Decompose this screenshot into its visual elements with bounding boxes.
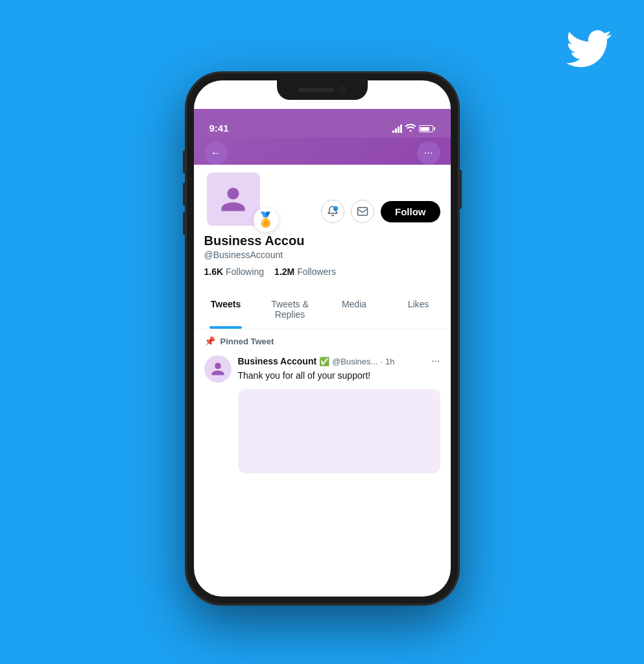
tweet-text: Thank you for all of your support! (238, 370, 440, 383)
handle: @BusinessAccount (204, 250, 440, 260)
phone-screen: 9:41 (194, 80, 451, 597)
speaker (298, 88, 334, 92)
camera (339, 87, 346, 93)
verified-badge-popup: 🏅 (254, 208, 278, 232)
tweet-verified-icon: ✅ (319, 357, 329, 366)
stats-row: 1.6K Following 1.2M Followers (204, 267, 440, 277)
tweet-timestamp: 1h (385, 357, 394, 366)
status-bar: 9:41 (194, 109, 451, 137)
tab-tweets[interactable]: Tweets (194, 290, 258, 329)
tweet-header: Business Account ✅ @Busines... · 1h ··· (238, 355, 440, 367)
tweet-author-handle: @Busines... (332, 357, 377, 366)
verified-icon: 🏅 (257, 211, 274, 228)
more-button[interactable]: ··· (417, 141, 440, 165)
tweet-author-name: Business Account (238, 356, 317, 366)
back-button[interactable]: ← (204, 141, 228, 165)
phone-device: 9:41 (186, 73, 459, 604)
tab-media[interactable]: Media (322, 290, 387, 329)
status-time: 9:41 (209, 123, 229, 134)
phone-notch (277, 80, 368, 100)
tweet-avatar (204, 355, 232, 383)
profile-info-area: 🏅 + (194, 165, 451, 285)
display-name: Business Accou (204, 233, 440, 248)
tab-tweets-replies[interactable]: Tweets & Replies (258, 290, 322, 329)
wifi-icon (405, 124, 416, 134)
status-icons (392, 124, 435, 134)
tweets-feed: 📌 Pinned Tweet Business Account (194, 329, 451, 479)
action-buttons: + Follow (321, 200, 440, 228)
profile-info: Business Accou @BusinessAccount 1.6K Fol… (204, 228, 440, 285)
battery-icon (419, 125, 435, 132)
tweet-time: · (380, 357, 383, 366)
pinned-label: 📌 Pinned Tweet (194, 329, 451, 350)
tab-likes[interactable]: Likes (387, 290, 451, 329)
profile-avatar: 🏅 (204, 170, 263, 228)
twitter-logo (566, 26, 612, 78)
tweet-image (238, 389, 440, 473)
svg-text:+: + (335, 208, 336, 211)
svg-rect-2 (358, 208, 368, 215)
profile-tabs: Tweets Tweets & Replies Media Likes (194, 290, 451, 329)
tweet-more-button[interactable]: ··· (431, 355, 440, 367)
tweet-content-area: Business Account ✅ @Busines... · 1h ··· … (238, 355, 440, 473)
profile-nav: ← ··· (194, 141, 451, 165)
profile-content: 9:41 (194, 109, 451, 597)
pinned-tweet: Business Account ✅ @Busines... · 1h ··· … (194, 350, 451, 479)
message-button[interactable] (351, 200, 374, 223)
pin-icon: 📌 (204, 336, 215, 346)
follow-button[interactable]: Follow (381, 201, 440, 222)
notify-button[interactable]: + (321, 200, 344, 223)
following-stat[interactable]: 1.6K Following (204, 267, 265, 277)
signal-icon (392, 125, 402, 133)
followers-stat[interactable]: 1.2M Followers (274, 267, 336, 277)
avatar-row: 🏅 + (204, 165, 440, 228)
phone-frame: 9:41 (186, 73, 459, 604)
